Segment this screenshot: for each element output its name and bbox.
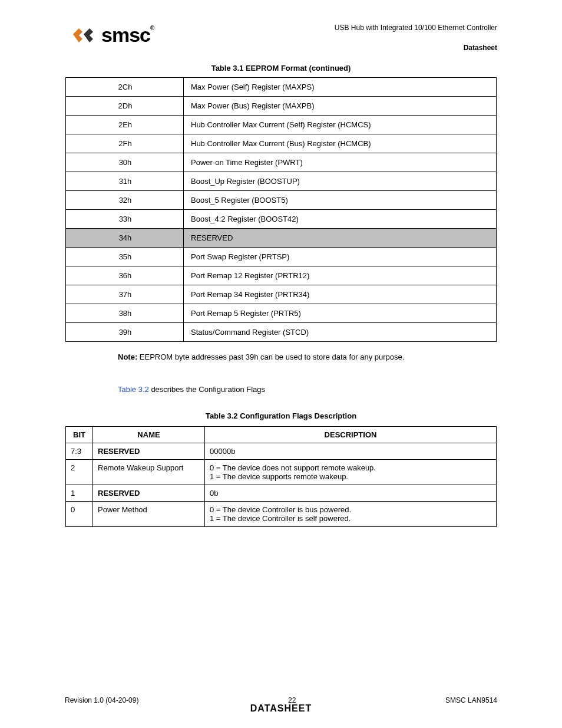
footer-product: SMSC LAN9514 (445, 696, 497, 704)
cell-address: 39h (66, 323, 184, 342)
cell-description: Status/Command Register (STCD) (184, 323, 497, 342)
cell-description: Port Swap Register (PRTSP) (184, 248, 497, 266)
datasheet-label: Datasheet (335, 44, 497, 52)
cell-address: 2Eh (66, 116, 184, 134)
note-label: Note: (118, 353, 137, 361)
cell-address: 37h (66, 285, 184, 304)
table-row: 36hPort Remap 12 Register (PRTR12) (66, 266, 497, 285)
table-eeprom-format: 2ChMax Power (Self) Register (MAXPS)2DhM… (65, 77, 497, 342)
logo-text: smsc® (101, 24, 154, 47)
cell-address: 36h (66, 266, 184, 285)
cell-description: Max Power (Bus) Register (MAXPB) (184, 97, 497, 116)
col-header-name: NAME (93, 427, 205, 443)
table-row: 35hPort Swap Register (PRTSP) (66, 248, 497, 266)
cell-name: Remote Wakeup Support (93, 460, 205, 485)
table-row: 38hPort Remap 5 Register (PRTR5) (66, 304, 497, 323)
cell-description: 00000b (205, 443, 497, 460)
note-text: EEPROM byte addresses past 39h can be us… (140, 353, 404, 361)
cell-description: Port Remap 12 Register (PRTR12) (184, 266, 497, 285)
cell-description: 0b (205, 485, 497, 502)
cell-name: Power Method (93, 502, 205, 527)
table-row: 2FhHub Controller Max Current (Bus) Regi… (66, 134, 497, 153)
table-3-1-title: Table 3.1 EEPROM Format (continued) (0, 64, 562, 73)
cell-address: 34h (66, 229, 184, 248)
cell-description: 0 = The device Controller is bus powered… (205, 502, 497, 527)
footer-revision: Revision 1.0 (04-20-09) (65, 696, 138, 704)
table-3-2-title: Table 3.2 Configuration Flags Descriptio… (0, 411, 562, 420)
table-row: 37hPort Remap 34 Register (PRTR34) (66, 285, 497, 304)
table-row: 2Remote Wakeup Support0 = The device doe… (66, 460, 497, 485)
cell-address: 31h (66, 172, 184, 191)
cell-name: RESERVED (93, 443, 205, 460)
table-row: 39hStatus/Command Register (STCD) (66, 323, 497, 342)
note-block: Note: EEPROM byte addresses past 39h can… (118, 353, 497, 361)
cell-bit: 1 (66, 485, 93, 502)
cell-bit: 0 (66, 502, 93, 527)
table-row: 2DhMax Power (Bus) Register (MAXPB) (66, 97, 497, 116)
cell-description: Max Power (Self) Register (MAXPS) (184, 78, 497, 97)
logo-registered: ® (150, 25, 154, 31)
table-row: 32hBoost_5 Register (BOOST5) (66, 191, 497, 210)
cell-description: Boost_4:2 Register (BOOST42) (184, 210, 497, 229)
cell-address: 2Fh (66, 134, 184, 153)
cell-description: Hub Controller Max Current (Self) Regist… (184, 116, 497, 134)
table-row: 33hBoost_4:2 Register (BOOST42) (66, 210, 497, 229)
table-row: 1RESERVED0b (66, 485, 497, 502)
footer-datasheet: DATASHEET (65, 703, 497, 714)
cross-reference: Table 3.2 describes the Configuration Fl… (118, 385, 497, 394)
logo-icon (71, 24, 99, 47)
table-row: 0Power Method0 = The device Controller i… (66, 502, 497, 527)
table-row: 34hRESERVED (66, 229, 497, 248)
cross-reference-text: describes the Configuration Flags (149, 385, 265, 394)
cell-description: Port Remap 34 Register (PRTR34) (184, 285, 497, 304)
cell-address: 38h (66, 304, 184, 323)
cell-bit: 2 (66, 460, 93, 485)
header-right: USB Hub with Integrated 10/100 Ethernet … (335, 24, 497, 52)
col-header-bit: BIT (66, 427, 93, 443)
cell-description: Port Remap 5 Register (PRTR5) (184, 304, 497, 323)
table-config-flags: BIT NAME DESCRIPTION 7:3RESERVED00000b2R… (65, 426, 497, 527)
table-row: 31hBoost_Up Register (BOOSTUP) (66, 172, 497, 191)
cell-description: 0 = The device does not support remote w… (205, 460, 497, 485)
cell-description: Boost_Up Register (BOOSTUP) (184, 172, 497, 191)
product-title: USB Hub with Integrated 10/100 Ethernet … (335, 24, 497, 32)
cell-description: Boost_5 Register (BOOST5) (184, 191, 497, 210)
table-row: 2ChMax Power (Self) Register (MAXPS) (66, 78, 497, 97)
cell-name: RESERVED (93, 485, 205, 502)
cell-address: 2Ch (66, 78, 184, 97)
cell-description: Hub Controller Max Current (Bus) Registe… (184, 134, 497, 153)
cell-address: 33h (66, 210, 184, 229)
table-row: 2EhHub Controller Max Current (Self) Reg… (66, 116, 497, 134)
table-3-2-link[interactable]: Table 3.2 (118, 385, 149, 394)
cell-description: Power-on Time Register (PWRT) (184, 153, 497, 172)
table-row: 30hPower-on Time Register (PWRT) (66, 153, 497, 172)
cell-address: 32h (66, 191, 184, 210)
table-row: 7:3RESERVED00000b (66, 443, 497, 460)
cell-address: 35h (66, 248, 184, 266)
page-footer: Revision 1.0 (04-20-09) 22 SMSC LAN9514 … (0, 696, 562, 714)
table-header-row: BIT NAME DESCRIPTION (66, 427, 497, 443)
page: smsc® USB Hub with Integrated 10/100 Eth… (0, 0, 562, 728)
page-header: smsc® USB Hub with Integrated 10/100 Eth… (0, 24, 562, 52)
cell-address: 2Dh (66, 97, 184, 116)
cell-description: RESERVED (184, 229, 497, 248)
cell-address: 30h (66, 153, 184, 172)
cell-bit: 7:3 (66, 443, 93, 460)
col-header-desc: DESCRIPTION (205, 427, 497, 443)
logo: smsc® (71, 24, 154, 47)
